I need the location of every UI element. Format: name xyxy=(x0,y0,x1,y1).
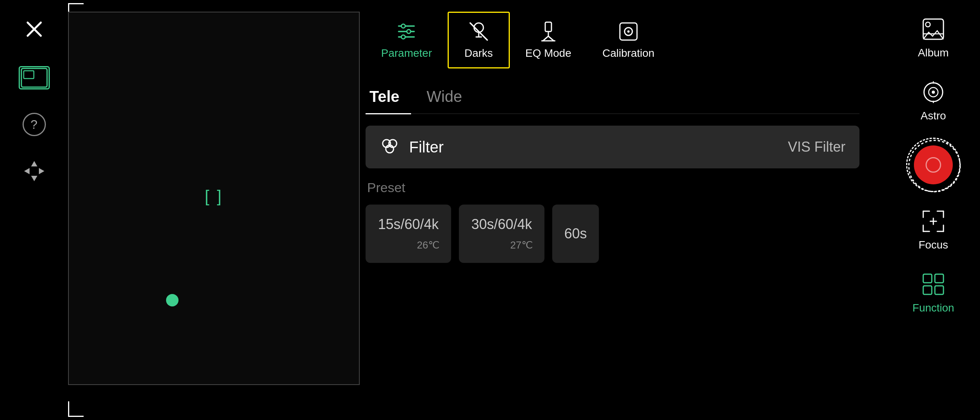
filter-left: Filter xyxy=(380,135,444,159)
svg-rect-29 xyxy=(923,19,943,39)
filter-value: VIS Filter xyxy=(788,139,845,155)
function-icon xyxy=(920,271,947,298)
preset-card-value-1: 30s/60/4k xyxy=(471,216,533,233)
close-button[interactable] xyxy=(21,16,48,43)
parameter-icon xyxy=(396,21,417,42)
svg-marker-4 xyxy=(31,161,37,166)
svg-rect-3 xyxy=(24,71,34,79)
record-button-container xyxy=(906,138,961,192)
sidebar-item-focus[interactable]: Focus xyxy=(915,204,952,255)
svg-point-13 xyxy=(401,35,405,39)
svg-line-20 xyxy=(543,36,548,41)
album-icon xyxy=(920,16,947,43)
svg-marker-7 xyxy=(39,168,44,174)
move-icon xyxy=(23,159,46,183)
svg-point-25 xyxy=(627,30,630,33)
svg-marker-5 xyxy=(31,176,37,181)
tab-eq-mode-label: EQ Mode xyxy=(525,47,571,60)
focus-point-dot xyxy=(166,294,178,306)
lens-tab-tele[interactable]: Tele xyxy=(366,84,411,114)
record-button[interactable] xyxy=(914,145,953,184)
filter-icon xyxy=(380,135,400,159)
focus-label: Focus xyxy=(919,239,948,251)
svg-rect-50 xyxy=(923,286,932,294)
top-nav: Parameter Darks xyxy=(366,12,859,68)
viewfinder: [ ] xyxy=(68,12,360,385)
move-button[interactable] xyxy=(23,159,46,183)
tab-parameter-label: Parameter xyxy=(381,47,432,60)
focus-icon xyxy=(920,208,947,235)
preset-card-1[interactable]: 30s/60/4k 27℃ xyxy=(459,205,544,263)
preset-card-temp-0: 26℃ xyxy=(417,239,439,251)
pip-button[interactable] xyxy=(19,66,50,89)
sidebar-item-function[interactable]: Function xyxy=(908,267,958,318)
help-button[interactable]: ? xyxy=(23,113,46,136)
tab-eq-mode[interactable]: EQ Mode xyxy=(510,13,587,67)
preset-card-value-0: 15s/60/4k xyxy=(377,216,439,233)
preset-cards: 15s/60/4k 26℃ 30s/60/4k 27℃ 60s xyxy=(366,205,859,263)
pip-icon xyxy=(21,68,48,88)
tab-calibration[interactable]: Calibration xyxy=(587,13,670,67)
help-icon: ? xyxy=(31,117,38,132)
focus-brackets: [ ] xyxy=(205,187,223,206)
astro-icon xyxy=(920,79,947,106)
filter-label: Filter xyxy=(409,138,444,156)
close-icon xyxy=(24,19,44,39)
svg-rect-49 xyxy=(935,274,943,283)
svg-point-12 xyxy=(407,30,411,33)
svg-rect-18 xyxy=(545,22,551,32)
corner-bracket-bottom-left xyxy=(68,401,84,417)
preset-label: Preset xyxy=(366,180,859,195)
tab-calibration-label: Calibration xyxy=(602,47,654,60)
left-sidebar: ? xyxy=(0,0,68,420)
album-label: Album xyxy=(918,47,948,59)
calibration-icon xyxy=(618,21,639,42)
filter-row[interactable]: Filter VIS Filter xyxy=(366,126,859,168)
record-button-inner xyxy=(926,157,941,173)
tab-darks[interactable]: Darks xyxy=(448,12,510,68)
darks-icon xyxy=(468,21,490,42)
lens-tabs: Tele Wide xyxy=(366,84,859,114)
lens-tab-wide[interactable]: Wide xyxy=(423,84,474,114)
preset-card-value-2: 60s xyxy=(564,226,587,242)
sidebar-item-album[interactable]: Album xyxy=(914,12,952,63)
main-content: Parameter Darks xyxy=(366,12,859,385)
astro-label: Astro xyxy=(920,110,946,122)
tab-darks-label: Darks xyxy=(464,47,493,60)
svg-point-11 xyxy=(401,24,405,28)
svg-line-21 xyxy=(548,36,554,41)
svg-rect-48 xyxy=(923,274,932,283)
preset-card-0[interactable]: 15s/60/4k 26℃ xyxy=(366,205,451,263)
tab-parameter[interactable]: Parameter xyxy=(366,13,448,67)
preset-card-temp-1: 27℃ xyxy=(510,239,533,251)
svg-point-31 xyxy=(926,22,930,27)
sidebar-item-astro[interactable]: Astro xyxy=(916,75,951,126)
function-label: Function xyxy=(912,302,954,314)
svg-point-34 xyxy=(932,91,935,94)
svg-marker-6 xyxy=(24,168,30,174)
svg-rect-51 xyxy=(935,286,943,294)
eq-mode-icon xyxy=(537,21,559,42)
right-sidebar: Album Astro xyxy=(887,0,980,420)
preset-card-2[interactable]: 60s xyxy=(552,205,599,263)
